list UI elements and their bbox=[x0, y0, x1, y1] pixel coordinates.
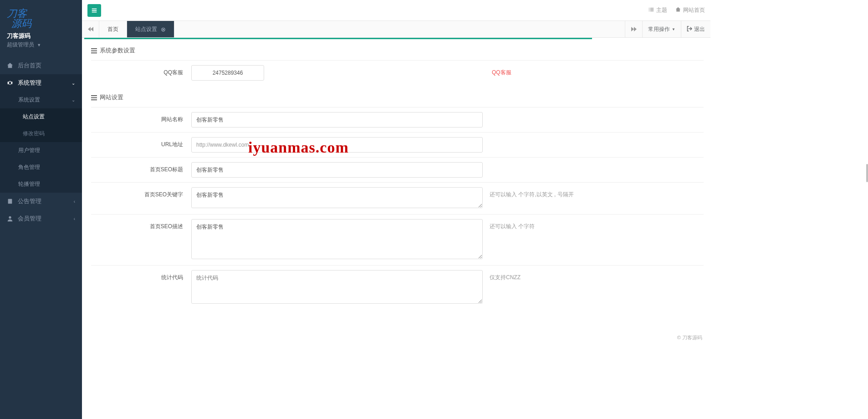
clipboard-icon bbox=[7, 198, 13, 204]
caret-down-icon: ▼ bbox=[672, 27, 675, 31]
caret-down-icon: ▼ bbox=[37, 43, 41, 47]
common-ops-dropdown[interactable]: 常用操作 ▼ bbox=[642, 21, 681, 37]
chevron-left-icon: ‹ bbox=[74, 216, 75, 221]
label-qq: QQ客服 bbox=[91, 65, 191, 77]
list-icon bbox=[91, 48, 97, 53]
help-seo-keywords: 还可以输入 个字符,以英文 , 号隔开 bbox=[483, 187, 704, 199]
svg-rect-9 bbox=[649, 9, 650, 10]
sidebar: 刀客源码 刀客源码 超级管理员 ▼ 后台首页 系统管理 ⌄ 系统设置 ⌄ 站点设… bbox=[0, 0, 82, 345]
logo-icon: 刀客源码 bbox=[7, 7, 36, 30]
brand-name: 刀客源码 bbox=[0, 32, 82, 40]
nav-sub-item-carousel-mgmt[interactable]: 轮播管理 bbox=[0, 176, 82, 193]
tab-site-settings[interactable]: 站点设置 ⊗ bbox=[127, 21, 174, 37]
home-icon bbox=[675, 7, 681, 14]
panel-title: 系统参数设置 bbox=[91, 43, 704, 60]
logout-icon bbox=[687, 26, 692, 33]
role-dropdown[interactable]: 超级管理员 ▼ bbox=[0, 40, 82, 53]
seo-title-input[interactable] bbox=[191, 162, 483, 178]
panel-title: 网站设置 bbox=[91, 90, 704, 107]
form-row-seo-title: 首页SEO标题 bbox=[91, 157, 704, 182]
hamburger-button[interactable] bbox=[87, 4, 101, 17]
nav-label: 系统设置 bbox=[18, 96, 40, 104]
home-icon bbox=[7, 62, 13, 69]
seo-desc-textarea[interactable] bbox=[191, 219, 483, 259]
panel-system-params: 系统参数设置 QQ客服 QQ客服 bbox=[91, 43, 704, 85]
nav-item-dashboard[interactable]: 后台首页 bbox=[0, 57, 82, 74]
theme-link[interactable]: 主题 bbox=[648, 6, 667, 14]
nav-label: 角色管理 bbox=[18, 164, 40, 171]
svg-rect-4 bbox=[92, 8, 97, 9]
help-stats: 仅支持CNZZ bbox=[483, 270, 704, 281]
nav-label: 修改密码 bbox=[23, 130, 45, 138]
nav-item-announce[interactable]: 公告管理 ‹ bbox=[0, 193, 82, 210]
label-site-name: 网站名称 bbox=[91, 112, 191, 123]
site-name-input[interactable] bbox=[191, 112, 483, 128]
chevron-left-icon: ‹ bbox=[74, 199, 75, 204]
main: 主题 网站首页 首页 站点设置 ⊗ 常用操作 bbox=[82, 0, 710, 345]
tabbar: 首页 站点设置 ⊗ 常用操作 ▼ 退出 bbox=[82, 20, 710, 38]
svg-rect-10 bbox=[650, 9, 654, 10]
nav-sub-item-system-settings[interactable]: 系统设置 ⌄ bbox=[0, 92, 82, 108]
nav-label: 系统管理 bbox=[18, 79, 41, 87]
chevron-down-icon: ⌄ bbox=[71, 81, 75, 86]
stats-textarea[interactable] bbox=[191, 270, 483, 304]
nav-item-member[interactable]: 会员管理 ‹ bbox=[0, 210, 82, 227]
topbar-right: 主题 网站首页 bbox=[648, 6, 705, 14]
label-seo-desc: 首页SEO描述 bbox=[91, 219, 191, 230]
tab-scroll-right-button[interactable] bbox=[625, 21, 642, 37]
svg-rect-5 bbox=[92, 10, 97, 11]
label-url: URL地址 bbox=[91, 137, 191, 148]
tab-label: 首页 bbox=[107, 26, 118, 33]
svg-rect-11 bbox=[649, 10, 650, 11]
site-home-link[interactable]: 网站首页 bbox=[675, 6, 705, 14]
tab-scroll-left-button[interactable] bbox=[82, 21, 99, 37]
content: 系统参数设置 QQ客服 QQ客服 网站设置 网站名称 UR bbox=[82, 38, 710, 345]
close-icon[interactable]: ⊗ bbox=[161, 26, 166, 33]
nav-sub-item-user-mgmt[interactable]: 用户管理 bbox=[0, 142, 82, 159]
nav-label: 用户管理 bbox=[18, 147, 40, 154]
label-seo-title: 首页SEO标题 bbox=[91, 162, 191, 174]
nav-sub2-system-settings: 站点设置 修改密码 bbox=[0, 108, 82, 142]
nav-label: 会员管理 bbox=[18, 215, 41, 223]
label-seo-keywords: 首页SEO关键字 bbox=[91, 187, 191, 199]
seo-keywords-textarea[interactable] bbox=[191, 187, 483, 208]
svg-rect-16 bbox=[91, 95, 97, 96]
site-home-label: 网站首页 bbox=[683, 6, 705, 14]
nav-label: 站点设置 bbox=[23, 113, 45, 121]
panel-title-text: 系统参数设置 bbox=[100, 46, 135, 55]
url-input[interactable] bbox=[191, 137, 483, 153]
help-seo-desc: 还可以输入 个字符 bbox=[483, 219, 704, 230]
svg-rect-17 bbox=[91, 97, 97, 98]
svg-rect-12 bbox=[650, 10, 654, 11]
topbar: 主题 网站首页 bbox=[82, 0, 710, 20]
nav-sub-item-role-mgmt[interactable]: 角色管理 bbox=[0, 159, 82, 176]
common-ops-label: 常用操作 bbox=[648, 26, 670, 33]
form-row-qq: QQ客服 QQ客服 bbox=[91, 60, 704, 85]
footer-copyright: © 刀客源码 bbox=[677, 334, 702, 341]
nav-label: 公告管理 bbox=[18, 197, 41, 205]
help-qq: QQ客服 bbox=[264, 65, 704, 77]
qq-input[interactable] bbox=[191, 65, 264, 81]
label-stats: 统计代码 bbox=[91, 270, 191, 281]
field-qq bbox=[191, 65, 264, 81]
tab-home[interactable]: 首页 bbox=[99, 21, 127, 37]
form-row-seo-desc: 首页SEO描述 还可以输入 个字符 bbox=[91, 214, 704, 265]
tabs: 首页 站点设置 ⊗ bbox=[99, 21, 625, 37]
nav-item-system[interactable]: 系统管理 ⌄ bbox=[0, 74, 82, 92]
logout-button[interactable]: 退出 bbox=[681, 21, 710, 37]
svg-point-3 bbox=[9, 216, 11, 219]
svg-rect-14 bbox=[91, 51, 97, 51]
nav-sub2-item-site-settings[interactable]: 站点设置 bbox=[0, 108, 82, 125]
tabbar-actions: 常用操作 ▼ 退出 bbox=[625, 21, 710, 37]
svg-rect-18 bbox=[91, 100, 97, 101]
svg-rect-7 bbox=[649, 8, 650, 9]
svg-rect-8 bbox=[650, 8, 654, 9]
nav-menu: 后台首页 系统管理 ⌄ 系统设置 ⌄ 站点设置 修改密码 用户管理 bbox=[0, 57, 82, 227]
nav-sub2-item-change-password[interactable]: 修改密码 bbox=[0, 125, 82, 142]
list-icon bbox=[91, 95, 97, 100]
form-row-url: URL地址 bbox=[91, 132, 704, 157]
help-empty bbox=[483, 112, 704, 116]
help-empty bbox=[483, 137, 704, 141]
svg-text:源码: 源码 bbox=[11, 18, 32, 29]
svg-rect-15 bbox=[91, 53, 97, 54]
